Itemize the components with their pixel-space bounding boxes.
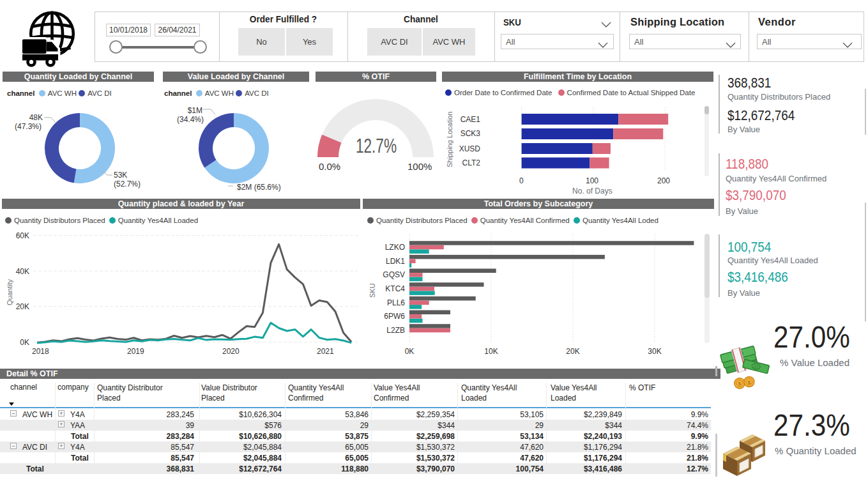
svg-text:$: $ <box>748 379 751 385</box>
svg-text:$: $ <box>738 381 742 387</box>
